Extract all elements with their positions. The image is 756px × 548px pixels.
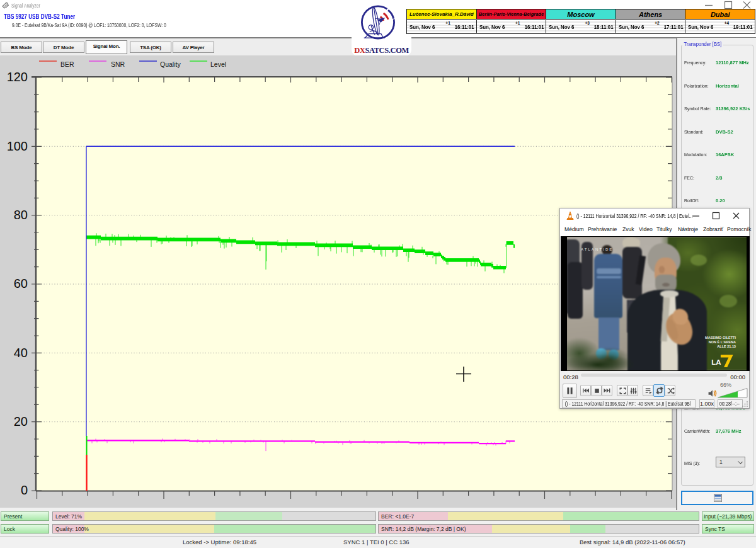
svg-text:LA: LA: [711, 358, 721, 366]
